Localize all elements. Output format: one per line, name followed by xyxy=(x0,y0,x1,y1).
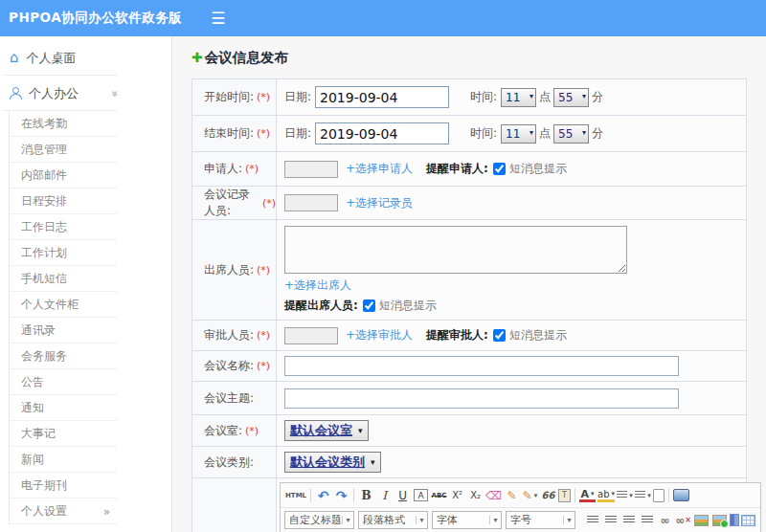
start-date-input[interactable] xyxy=(315,86,449,108)
sidebar-item-label: 个人办公 xyxy=(29,85,79,102)
align-justify-icon[interactable] xyxy=(639,511,655,529)
main-content: 会议信息发布 开始时间: (*) 日期: 时间: 11 点 xyxy=(172,36,766,532)
start-minute-select[interactable]: 55 xyxy=(553,88,589,107)
toolbar-separator xyxy=(574,488,575,502)
select-label: 自定义标题 xyxy=(289,513,342,527)
align-right-icon[interactable] xyxy=(620,511,637,529)
end-hour-select[interactable]: 11 xyxy=(501,124,536,144)
italic-icon[interactable]: I xyxy=(376,486,393,504)
sidebar-item-mobile-sms[interactable]: 手机短信 xyxy=(10,266,171,292)
new-document-icon[interactable] xyxy=(653,489,665,502)
select-attendees-link[interactable]: +选择出席人 xyxy=(284,277,351,294)
start-hour-select[interactable]: 11 xyxy=(501,88,536,107)
field-label: 会议主题: xyxy=(204,390,254,407)
redo-icon[interactable]: ↷ xyxy=(333,486,349,504)
sidebar-item-online-attendance[interactable]: 在线考勤 xyxy=(10,111,171,137)
meeting-name-input[interactable] xyxy=(284,356,679,376)
sidebar-item-news[interactable]: 新闻 xyxy=(10,447,171,473)
menu-icon[interactable] xyxy=(211,9,225,28)
sidebar-item-personal-office[interactable]: 个人办公 » xyxy=(0,76,171,111)
highlight-color-icon[interactable]: ab xyxy=(597,488,615,502)
sidebar-item-personal-desktop[interactable]: 个人桌面 xyxy=(0,40,171,76)
sidebar-item-supervision[interactable]: 督查督办 » xyxy=(0,524,171,532)
date-label: 日期: xyxy=(284,125,311,142)
applicant-sms-checkbox[interactable] xyxy=(493,163,506,175)
sidebar-item-work-plan[interactable]: 工作计划 xyxy=(10,240,171,266)
sidebar-item-internal-mail[interactable]: 内部邮件 xyxy=(10,163,171,188)
link-icon[interactable]: ∞ xyxy=(657,511,673,529)
toolbar-separator xyxy=(310,488,311,502)
align-center-icon[interactable] xyxy=(602,511,619,529)
sidebar-item-work-log[interactable]: 工作日志 xyxy=(10,214,171,240)
sidebar-item-e-journal[interactable]: 电子期刊 xyxy=(10,473,171,499)
sidebar-item-personal-settings[interactable]: 个人设置 » xyxy=(10,499,171,524)
applicant-input[interactable] xyxy=(284,161,338,178)
html-source-icon[interactable]: HTML xyxy=(285,486,306,504)
required-mark: (*) xyxy=(257,329,270,342)
format-painter-icon[interactable]: ✎ xyxy=(504,486,520,504)
sidebar-item-label: 通知 xyxy=(21,400,44,416)
recorder-input[interactable] xyxy=(284,194,338,211)
hour-value: 11 xyxy=(506,127,520,141)
end-time-row: 结束时间: (*) 日期: 时间: 11 点 55 分 xyxy=(192,116,746,152)
end-minute-select[interactable]: 55 xyxy=(553,124,589,144)
attendees-textarea[interactable] xyxy=(284,226,627,274)
sidebar-item-meeting-services[interactable]: 会务服务 xyxy=(10,344,171,369)
sidebar-item-label: 电子期刊 xyxy=(21,477,67,494)
page-break-icon[interactable] xyxy=(730,514,739,526)
insert-image-icon[interactable] xyxy=(694,515,709,526)
sidebar-item-label: 会务服务 xyxy=(21,348,67,365)
insert-image-add-icon[interactable] xyxy=(712,515,727,526)
eraser-icon[interactable]: ⌫ xyxy=(485,486,502,504)
paragraph-format-select[interactable]: 段落格式 xyxy=(358,511,428,529)
fullscreen-icon[interactable] xyxy=(673,489,689,501)
strikethrough-icon[interactable]: ABC xyxy=(431,486,447,504)
align-left-icon[interactable] xyxy=(584,511,600,529)
blockquote-icon[interactable]: 66 xyxy=(540,486,556,504)
meeting-subject-input[interactable] xyxy=(284,388,679,409)
custom-title-select[interactable]: 自定义标题 xyxy=(284,511,354,529)
select-applicant-link[interactable]: +选择申请人 xyxy=(346,161,413,177)
sidebar-item-memorabilia[interactable]: 大事记 xyxy=(10,421,171,447)
approver-input[interactable] xyxy=(284,327,338,344)
paste-table-icon[interactable]: T xyxy=(558,489,571,502)
sidebar-item-contacts[interactable]: 通讯录 xyxy=(10,318,171,344)
minute-unit: 分 xyxy=(592,125,603,142)
sidebar-item-announcement[interactable]: 公告 xyxy=(10,369,171,395)
start-time-row: 开始时间: (*) 日期: 时间: 11 点 55 分 xyxy=(192,79,746,116)
meeting-room-select[interactable]: 默认会议室 xyxy=(284,420,369,441)
subscript-icon[interactable]: X₂ xyxy=(467,486,484,504)
font-border-icon[interactable]: A xyxy=(414,489,428,501)
meeting-category-select[interactable]: 默认会议类别 xyxy=(284,452,381,473)
end-date-input[interactable] xyxy=(315,122,449,144)
sidebar-item-personal-file-cabinet[interactable]: 个人文件柜 xyxy=(10,292,171,318)
caret-down-icon xyxy=(416,516,427,524)
font-family-select[interactable]: 字体 xyxy=(432,511,502,529)
paint-format-dropdown-icon[interactable]: ✎ xyxy=(522,486,538,504)
unordered-list-icon[interactable] xyxy=(635,486,651,504)
insert-table-icon[interactable] xyxy=(741,515,755,526)
ordered-list-icon[interactable] xyxy=(617,486,633,504)
sidebar-item-label: 通讯录 xyxy=(21,322,56,339)
sidebar-item-message-management[interactable]: 消息管理 xyxy=(10,137,171,163)
select-recorder-link[interactable]: +选择记录员 xyxy=(346,195,413,211)
attendees-sms-checkbox[interactable] xyxy=(363,299,375,312)
underline-icon[interactable]: U xyxy=(394,486,411,504)
meeting-room-row: 会议室: (*) 默认会议室 xyxy=(192,415,746,447)
approver-sms-checkbox[interactable] xyxy=(493,329,506,342)
sidebar-item-notice[interactable]: 通知 xyxy=(10,395,171,421)
font-color-icon[interactable]: A xyxy=(579,488,596,502)
attendees-row: 出席人员: (*) +选择出席人 提醒出席人员: 短消息提示 xyxy=(192,220,746,321)
superscript-icon[interactable]: X² xyxy=(449,486,465,504)
sidebar-item-label: 手机短信 xyxy=(21,271,67,287)
bold-icon[interactable]: B xyxy=(358,486,374,504)
select-approver-link[interactable]: +选择审批人 xyxy=(346,327,413,344)
unlink-icon[interactable]: ∞ xyxy=(675,511,691,529)
required-mark: (*) xyxy=(257,360,270,372)
required-mark: (*) xyxy=(257,264,270,277)
font-size-select[interactable]: 字号 xyxy=(506,511,575,529)
undo-icon[interactable]: ↶ xyxy=(315,486,331,504)
editor-toolbar-row2: 自定义标题 段落格式 xyxy=(281,508,760,532)
sidebar-item-schedule[interactable]: 日程安排 xyxy=(10,188,171,214)
field-label: 会议室: xyxy=(204,423,242,439)
